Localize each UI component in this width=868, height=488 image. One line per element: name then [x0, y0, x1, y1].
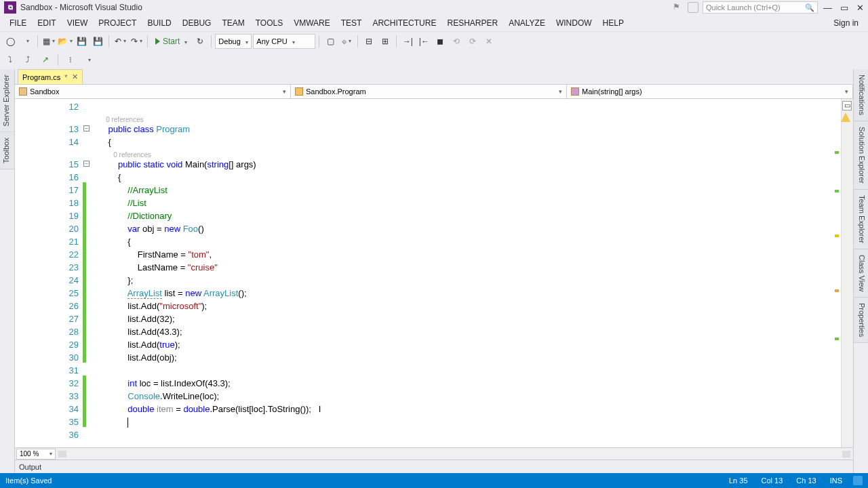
- redo-button[interactable]: ↷: [129, 34, 144, 49]
- new-project-button[interactable]: ▦: [41, 34, 56, 49]
- menu-file[interactable]: FILE: [4, 16, 32, 30]
- tb-icon-4[interactable]: ⟳: [465, 34, 480, 49]
- platform-combo[interactable]: Any CPU: [253, 34, 315, 49]
- code-line[interactable]: var obj = new Foo(): [86, 222, 841, 235]
- code-line[interactable]: [86, 364, 841, 377]
- start-debug-button[interactable]: Start: [151, 34, 191, 49]
- code-line[interactable]: Console.WriteLine(loc);: [86, 390, 841, 403]
- notifications-tab[interactable]: Notifications: [854, 69, 868, 121]
- menu-debug[interactable]: DEBUG: [177, 16, 217, 30]
- menu-resharper[interactable]: RESHARPER: [441, 16, 503, 30]
- threads-drop[interactable]: [81, 52, 96, 67]
- nav-back-button[interactable]: ◯: [3, 34, 18, 49]
- code-line[interactable]: FirstName = "tom",: [86, 248, 841, 261]
- menu-build[interactable]: BUILD: [142, 16, 176, 30]
- menu-architecture[interactable]: ARCHITECTURE: [367, 16, 441, 30]
- refresh-button[interactable]: ↻: [193, 34, 208, 49]
- team-explorer-tab[interactable]: Team Explorer: [854, 190, 868, 249]
- code-line[interactable]: };: [86, 274, 841, 287]
- flag-icon[interactable]: ⚑: [673, 2, 684, 13]
- threads-button[interactable]: ⫶: [63, 52, 78, 67]
- code-line[interactable]: list.Add(true);: [86, 338, 841, 351]
- outdent-button[interactable]: |←: [416, 34, 431, 49]
- indent-button[interactable]: →|: [400, 34, 415, 49]
- horizontal-scrollbar[interactable]: [58, 449, 850, 459]
- split-icon[interactable]: ▭: [842, 101, 852, 110]
- scope-combo[interactable]: Sandbox ▾: [15, 85, 291, 98]
- code-line[interactable]: int loc = list.IndexOf(43.3);: [86, 377, 841, 390]
- menu-test[interactable]: TEST: [336, 16, 368, 30]
- step-out-button[interactable]: ↗: [38, 52, 53, 67]
- code-line[interactable]: LastName = "cruise": [86, 261, 841, 274]
- menu-tools[interactable]: TOOLS: [250, 16, 288, 30]
- code-line[interactable]: public static void Main(string[] args): [86, 158, 841, 171]
- code-line[interactable]: {: [86, 235, 841, 248]
- menu-team[interactable]: TEAM: [216, 16, 250, 30]
- code-line[interactable]: {: [86, 136, 841, 148]
- toolbox-tab[interactable]: Toolbox: [0, 132, 14, 169]
- server-explorer-tab[interactable]: Server Explorer: [0, 69, 14, 132]
- code-line[interactable]: list.Add(obj);: [86, 351, 841, 364]
- tb-icon-1[interactable]: ▢: [323, 34, 338, 49]
- menu-window[interactable]: WINDOW: [551, 16, 597, 30]
- code-line[interactable]: [86, 428, 841, 441]
- step-into-button[interactable]: ⤴: [20, 52, 35, 67]
- menu-vmware[interactable]: VMWARE: [288, 16, 336, 30]
- type-combo[interactable]: Sandbox.Program ▾: [291, 85, 567, 98]
- bookmark-button[interactable]: ◼: [433, 34, 448, 49]
- vertical-scrollbar[interactable]: ▭: [841, 99, 853, 447]
- tb-icon-3[interactable]: ⟲: [449, 34, 464, 49]
- code-line[interactable]: {: [86, 171, 841, 184]
- open-file-button[interactable]: 📂: [58, 34, 73, 49]
- close-tab-icon[interactable]: ✕: [72, 73, 78, 81]
- member-combo[interactable]: Main(string[] args) ▾: [567, 85, 853, 98]
- code-line[interactable]: list.Add(32);: [86, 312, 841, 325]
- code-line[interactable]: [86, 100, 841, 113]
- step-over-button[interactable]: ⤵: [3, 52, 18, 67]
- tab-program-cs[interactable]: Program.cs * ✕: [18, 69, 83, 84]
- code-line[interactable]: //Dictionary: [86, 209, 841, 222]
- feedback-icon[interactable]: [688, 2, 698, 13]
- fold-toggle[interactable]: −: [83, 161, 90, 167]
- menu-edit[interactable]: EDIT: [32, 16, 61, 30]
- save-button[interactable]: 💾: [74, 34, 89, 49]
- code-line[interactable]: public class Program: [86, 123, 841, 136]
- status-ch: Ch 13: [789, 476, 823, 485]
- menu-analyze[interactable]: ANALYZE: [503, 16, 551, 30]
- debug-toolbar: ⤵ ⤴ ↗ ⫶: [0, 50, 868, 69]
- tb-icon-2[interactable]: ⟐: [339, 34, 354, 49]
- uncomment-button[interactable]: ⊞: [378, 34, 393, 49]
- code-line[interactable]: [86, 415, 841, 428]
- code-editor[interactable]: 1213−1415−161718192021222324252627282930…: [15, 99, 853, 447]
- output-panel-tab[interactable]: Output: [15, 460, 853, 473]
- line-gutter: 1213−1415−161718192021222324252627282930…: [15, 99, 83, 447]
- save-all-button[interactable]: 💾: [90, 34, 105, 49]
- tb-icon-5[interactable]: ✕: [481, 34, 496, 49]
- menu-project[interactable]: PROJECT: [93, 16, 142, 30]
- close-button[interactable]: ✕: [856, 3, 864, 13]
- minimize-button[interactable]: —: [823, 3, 832, 13]
- code-line[interactable]: //List: [86, 197, 841, 209]
- code-line[interactable]: double item = double.Parse(list[loc].ToS…: [86, 403, 841, 415]
- menu-view[interactable]: VIEW: [62, 16, 94, 30]
- sign-in-link[interactable]: Sign in: [828, 16, 864, 30]
- undo-button[interactable]: ↶: [113, 34, 127, 49]
- class-view-tab[interactable]: Class View: [854, 249, 868, 298]
- maximize-button[interactable]: ▭: [840, 3, 848, 13]
- nav-back-drop[interactable]: [19, 34, 34, 49]
- code-line[interactable]: list.Add("microsoft");: [86, 300, 841, 312]
- code-area[interactable]: 0 references public class Program { 0 re…: [86, 99, 841, 447]
- code-line[interactable]: ArrayList list = new ArrayList();: [86, 287, 841, 300]
- right-rail: Notifications Solution Explorer Team Exp…: [853, 69, 868, 473]
- menu-help[interactable]: HELP: [597, 16, 629, 30]
- properties-tab[interactable]: Properties: [854, 298, 868, 343]
- quick-launch-input[interactable]: Quick Launch (Ctrl+Q) 🔍: [703, 1, 818, 14]
- zoom-combo[interactable]: 100 %▾: [16, 449, 56, 460]
- config-combo[interactable]: Debug: [215, 34, 252, 49]
- code-line[interactable]: list.Add(43.3);: [86, 325, 841, 338]
- status-indicator-icon[interactable]: [853, 476, 863, 485]
- solution-explorer-tab[interactable]: Solution Explorer: [854, 121, 868, 190]
- code-line[interactable]: //ArrayList: [86, 184, 841, 197]
- fold-toggle[interactable]: −: [83, 125, 90, 131]
- comment-button[interactable]: ⊟: [361, 34, 376, 49]
